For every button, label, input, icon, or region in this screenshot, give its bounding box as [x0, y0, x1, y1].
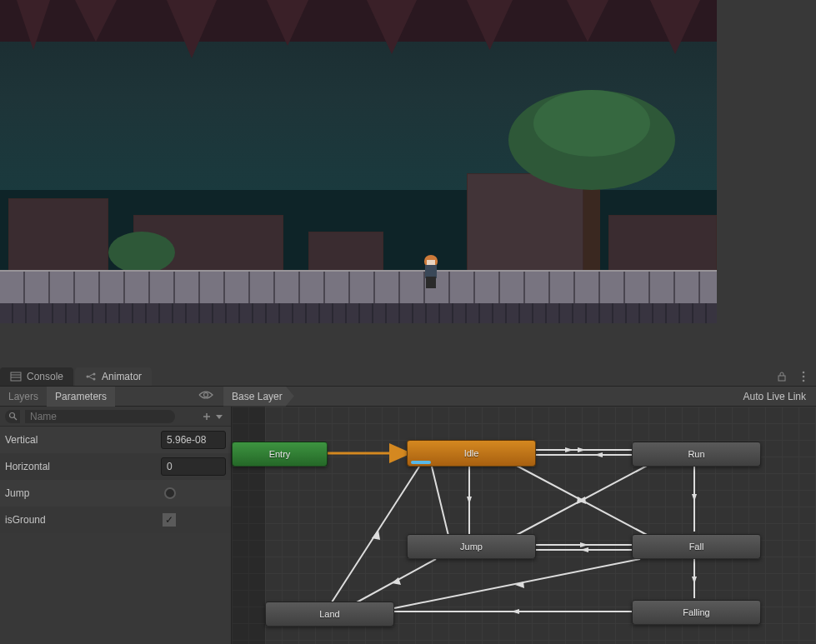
- svg-rect-8: [778, 376, 785, 381]
- svg-line-46: [332, 467, 419, 602]
- svg-point-11: [803, 379, 805, 382]
- param-label: isGround: [5, 514, 163, 526]
- svg-marker-33: [578, 497, 586, 504]
- svg-marker-43: [392, 577, 401, 585]
- auto-live-link-button[interactable]: Auto Live Link: [733, 391, 816, 402]
- svg-line-6: [88, 374, 93, 377]
- svg-line-30: [515, 465, 648, 536]
- node-run[interactable]: Run: [632, 442, 761, 467]
- search-input[interactable]: [25, 410, 175, 423]
- add-parameter-button[interactable]: [201, 410, 226, 423]
- svg-marker-41: [511, 609, 519, 614]
- param-row-vertical[interactable]: Vertical 5.96e-08: [0, 427, 231, 453]
- tab-animator[interactable]: Animator: [75, 367, 152, 386]
- param-label: Vertical: [5, 434, 161, 446]
- animator-sub-bar: Layers Parameters Base Layer Auto Live L…: [0, 387, 816, 407]
- svg-marker-27: [692, 494, 697, 502]
- param-label: Jump: [5, 487, 164, 499]
- svg-marker-37: [580, 547, 588, 552]
- svg-line-48: [432, 467, 448, 536]
- idle-progress-bar: [411, 461, 431, 464]
- svg-line-14: [14, 417, 17, 420]
- svg-marker-31: [577, 497, 585, 504]
- svg-marker-35: [580, 542, 588, 547]
- node-falling-label: Falling: [683, 607, 709, 617]
- param-bool-isground[interactable]: ✓: [163, 513, 176, 527]
- svg-marker-17: [216, 415, 223, 419]
- svg-line-32: [515, 465, 648, 536]
- svg-point-10: [803, 375, 805, 377]
- svg-marker-23: [578, 447, 586, 452]
- sub-tab-layers[interactable]: Layers: [0, 387, 47, 407]
- param-trigger-jump[interactable]: [164, 487, 176, 499]
- node-fall[interactable]: Fall: [632, 534, 761, 559]
- tab-console[interactable]: Console: [0, 367, 73, 386]
- node-fall-label: Fall: [689, 542, 704, 552]
- player-sprite: [421, 255, 441, 288]
- node-land[interactable]: Land: [265, 602, 394, 627]
- game-scene: [0, 0, 717, 323]
- node-entry-label: Entry: [269, 449, 291, 459]
- param-value-horizontal[interactable]: 0: [161, 457, 226, 476]
- param-row-horizontal[interactable]: Horizontal 0: [0, 453, 231, 480]
- svg-marker-22: [565, 447, 573, 452]
- node-land-label: Land: [319, 609, 339, 619]
- svg-point-9: [803, 371, 805, 373]
- search-icon: [5, 410, 20, 423]
- node-run-label: Run: [688, 449, 704, 459]
- svg-marker-47: [372, 530, 380, 540]
- tab-animator-label: Animator: [102, 371, 142, 382]
- svg-marker-45: [515, 582, 524, 588]
- svg-line-7: [88, 377, 93, 379]
- node-jump-label: Jump: [460, 542, 483, 552]
- svg-rect-0: [11, 372, 21, 381]
- svg-marker-25: [594, 452, 603, 457]
- panel-tabs: Console Animator: [0, 367, 816, 387]
- game-view: [0, 0, 816, 367]
- node-idle-label: Idle: [464, 448, 479, 458]
- svg-line-42: [357, 559, 436, 602]
- node-idle[interactable]: Idle: [407, 440, 536, 467]
- svg-point-13: [9, 413, 14, 418]
- param-value-vertical[interactable]: 5.96e-08: [161, 431, 226, 449]
- lock-icon[interactable]: [774, 369, 789, 384]
- svg-marker-39: [692, 577, 697, 584]
- breadcrumb[interactable]: Base Layer: [223, 387, 294, 407]
- state-graph[interactable]: Entry Idle Run Jump Fall Land Falling: [232, 407, 816, 644]
- param-label: Horizontal: [5, 461, 161, 472]
- sub-tab-parameters[interactable]: Parameters: [47, 387, 115, 407]
- svg-line-44: [394, 559, 640, 608]
- kebab-menu-icon[interactable]: [796, 369, 811, 384]
- param-row-jump[interactable]: Jump: [0, 480, 231, 507]
- param-row-isground[interactable]: isGround ✓: [0, 507, 231, 533]
- node-entry[interactable]: Entry: [232, 442, 328, 467]
- node-jump[interactable]: Jump: [407, 534, 536, 559]
- svg-point-12: [204, 393, 208, 397]
- node-falling[interactable]: Falling: [632, 600, 761, 625]
- animator-icon: [85, 371, 97, 382]
- parameters-panel: Vertical 5.96e-08 Horizontal 0 Jump isGr…: [0, 407, 232, 644]
- tab-console-label: Console: [27, 371, 63, 382]
- svg-marker-29: [467, 497, 472, 504]
- visibility-icon[interactable]: [198, 390, 213, 402]
- console-icon: [10, 371, 22, 382]
